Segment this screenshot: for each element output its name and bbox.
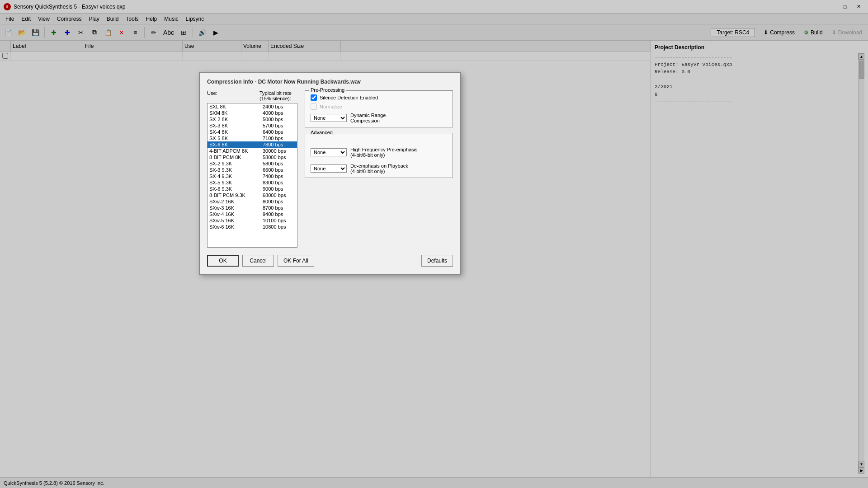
format-name-15: SXw-2 16K [209, 199, 259, 204]
format-name-8: 8-BIT PCM 8K [209, 155, 259, 160]
format-bitrate-9: 5800 bps [263, 161, 283, 166]
format-list-item-9[interactable]: SX-2 9.3K5800 bps [208, 160, 297, 167]
format-bitrate-2: 5000 bps [263, 117, 283, 122]
format-bitrate-11: 7400 bps [263, 174, 283, 179]
deemphasis-label: De-emphasis on Playback(4-bit/8-bit only… [350, 163, 408, 174]
hf-preemphasis-select[interactable]: None [311, 148, 347, 156]
format-bitrate-1: 4000 bps [263, 110, 283, 116]
format-bitrate-18: 10100 bps [263, 218, 286, 223]
format-list-item-2[interactable]: SX-2 8K5000 bps [208, 116, 297, 122]
format-bitrate-15: 8000 bps [263, 199, 283, 204]
hf-preemphasis-label: High Frequency Pre-emphasis(4-bit/8-bit … [350, 147, 418, 158]
format-bitrate-0: 2400 bps [263, 104, 283, 109]
format-bitrate-10: 6600 bps [263, 167, 283, 173]
silence-detection-label: Silence Detection Enabled [320, 95, 378, 100]
format-name-5: SX-5 8K [209, 136, 259, 141]
format-list-item-10[interactable]: SX-3 9.3K6600 bps [208, 167, 297, 173]
format-bitrate-6: 7800 bps [263, 142, 283, 147]
right-section: Pre-Processing Silence Detection Enabled… [305, 90, 453, 248]
format-list[interactable]: SXL 8K2400 bpsSXM 8K4000 bpsSX-2 8K5000 … [207, 103, 297, 248]
format-list-item-7[interactable]: 4-BIT ADPCM 8K30000 bps [208, 148, 297, 154]
format-name-14: 8-BIT PCM 9.3K [209, 192, 259, 198]
format-bitrate-5: 7100 bps [263, 136, 283, 141]
format-list-item-13[interactable]: SX-6 9.3K9000 bps [208, 186, 297, 192]
format-bitrate-19: 10800 bps [263, 224, 286, 230]
dialog-body: Use: Typical bit rate(15% silence): SXL … [207, 90, 453, 248]
format-bitrate-14: 68000 bps [263, 192, 286, 198]
format-name-17: SXw-4 16K [209, 211, 259, 217]
normalize-row: Normalize [311, 103, 447, 110]
normalize-checkbox[interactable] [311, 103, 317, 110]
format-list-item-17[interactable]: SXw-4 16K9400 bps [208, 211, 297, 217]
format-name-6: SX-6 8K [209, 142, 259, 147]
format-name-2: SX-2 8K [209, 117, 259, 122]
advanced-group: Advanced None High Frequency Pre-emphasi… [305, 133, 453, 178]
format-bitrate-7: 30000 bps [263, 148, 286, 154]
format-bitrate-13: 9000 bps [263, 186, 283, 192]
format-list-item-4[interactable]: SX-4 8K6400 bps [208, 129, 297, 135]
format-bitrate-4: 6400 bps [263, 129, 283, 135]
format-name-11: SX-4 9.3K [209, 174, 259, 179]
modal-overlay: Compression Info - DC Motor Now Running … [0, 0, 868, 488]
hf-preemphasis-row: None High Frequency Pre-emphasis(4-bit/8… [311, 147, 447, 158]
format-bitrate-12: 8300 bps [263, 180, 283, 185]
format-name-9: SX-2 9.3K [209, 161, 259, 166]
format-name-0: SXL 8K [209, 104, 259, 109]
dynamic-range-label: Dynamic RangeCompression [350, 113, 386, 123]
deemphasis-row: None De-emphasis on Playback(4-bit/8-bit… [311, 163, 447, 174]
preprocessing-label: Pre-Processing [309, 87, 346, 93]
format-list-item-6[interactable]: SX-6 8K7800 bps [208, 141, 297, 148]
format-name-18: SXw-5 16K [209, 218, 259, 223]
format-name-12: SX-5 9.3K [209, 180, 259, 185]
use-label: Use: [207, 90, 252, 101]
format-bitrate-16: 8700 bps [263, 205, 283, 211]
format-name-13: SX-6 9.3K [209, 186, 259, 192]
format-bitrate-8: 58000 bps [263, 155, 286, 160]
format-list-item-19[interactable]: SXw-6 16K10800 bps [208, 224, 297, 230]
format-list-item-11[interactable]: SX-4 9.3K7400 bps [208, 173, 297, 179]
format-name-4: SX-4 8K [209, 129, 259, 135]
preprocessing-group: Pre-Processing Silence Detection Enabled… [305, 90, 453, 127]
normalize-label: Normalize [320, 104, 342, 109]
ok-button[interactable]: OK [207, 255, 239, 267]
format-list-item-5[interactable]: SX-5 8K7100 bps [208, 135, 297, 141]
format-name-3: SX-3 8K [209, 123, 259, 128]
silence-detection-checkbox[interactable] [311, 94, 317, 101]
format-list-item-18[interactable]: SXw-5 16K10100 bps [208, 217, 297, 224]
bitrate-label: Typical bit rate(15% silence): [259, 90, 292, 101]
format-list-item-15[interactable]: SXw-2 16K8000 bps [208, 198, 297, 205]
format-list-item-8[interactable]: 8-BIT PCM 8K58000 bps [208, 154, 297, 160]
format-list-item-16[interactable]: SXw-3 16K8700 bps [208, 205, 297, 211]
format-name-19: SXw-6 16K [209, 224, 259, 230]
format-bitrate-17: 9400 bps [263, 211, 283, 217]
format-name-16: SXw-3 16K [209, 205, 259, 211]
format-list-item-1[interactable]: SXM 8K4000 bps [208, 110, 297, 116]
format-list-item-0[interactable]: SXL 8K2400 bps [208, 103, 297, 110]
dynamic-range-row: None Dynamic RangeCompression [311, 113, 447, 123]
format-bitrate-3: 5700 bps [263, 123, 283, 128]
silence-detection-row: Silence Detection Enabled [311, 94, 447, 101]
format-list-item-12[interactable]: SX-5 9.3K8300 bps [208, 179, 297, 186]
format-name-1: SXM 8K [209, 110, 259, 116]
cancel-button[interactable]: Cancel [242, 255, 274, 267]
format-section: Use: Typical bit rate(15% silence): SXL … [207, 90, 297, 248]
format-list-item-14[interactable]: 8-BIT PCM 9.3K68000 bps [208, 192, 297, 198]
format-labels: Use: Typical bit rate(15% silence): [207, 90, 297, 101]
compression-dialog: Compression Info - DC Motor Now Running … [199, 72, 461, 275]
dynamic-range-select[interactable]: None [311, 114, 347, 122]
format-name-7: 4-BIT ADPCM 8K [209, 148, 259, 154]
dialog-title: Compression Info - DC Motor Now Running … [207, 79, 453, 85]
ok-for-all-button[interactable]: OK For All [278, 255, 314, 267]
dialog-buttons: OK Cancel OK For All Defaults [207, 255, 453, 267]
deemphasis-select[interactable]: None [311, 164, 347, 173]
advanced-label: Advanced [309, 130, 335, 135]
defaults-button[interactable]: Defaults [421, 255, 453, 267]
format-name-10: SX-3 9.3K [209, 167, 259, 173]
format-list-item-3[interactable]: SX-3 8K5700 bps [208, 122, 297, 129]
